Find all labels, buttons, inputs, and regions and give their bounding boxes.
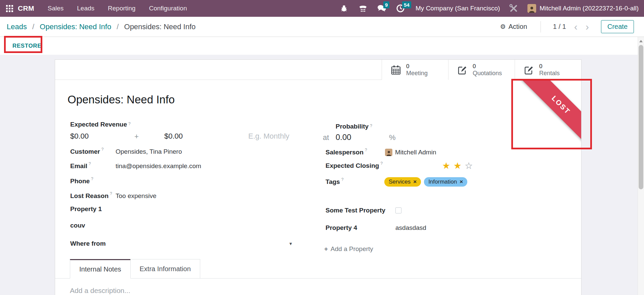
phone-row: Phone? bbox=[70, 177, 116, 185]
nav-menu-leads[interactable]: Leads bbox=[77, 5, 94, 12]
recurring-revenue-input[interactable]: $0.00 bbox=[164, 132, 183, 141]
tag-label: Services bbox=[389, 179, 411, 185]
recurring-plan-input[interactable]: E.g. Monthly bbox=[248, 132, 289, 141]
gear-icon: ⚙ bbox=[500, 23, 506, 31]
status-bar: RESTORE bbox=[0, 37, 644, 55]
property4-input[interactable]: asdasdasd bbox=[395, 224, 426, 232]
quotations-count: 0 bbox=[473, 63, 502, 70]
help-icon[interactable]: ? bbox=[89, 161, 91, 166]
star-empty-icon[interactable]: ☆ bbox=[465, 161, 473, 171]
where-from-row[interactable]: Where from ▾ bbox=[70, 240, 292, 247]
lost-reason-input[interactable]: Too expensive bbox=[116, 192, 156, 200]
meeting-count: 0 bbox=[406, 63, 428, 70]
form-sheet: 0 Meeting 0 Quotations bbox=[55, 59, 582, 295]
lead-title[interactable]: Opensides: Need Info bbox=[68, 93, 175, 106]
breadcrumb-leads[interactable]: Leads bbox=[7, 22, 27, 31]
add-property-label: Add a Property bbox=[331, 245, 373, 253]
stat-button-bar: 0 Meeting 0 Quotations bbox=[55, 60, 581, 80]
help-icon[interactable]: ? bbox=[370, 124, 372, 128]
bug-icon[interactable] bbox=[339, 3, 349, 13]
tag-remove-icon[interactable]: × bbox=[460, 179, 463, 185]
action-menu-button[interactable]: ⚙ Action bbox=[500, 23, 527, 31]
email-input[interactable]: tina@opensides.example.com bbox=[116, 162, 201, 170]
debug-tools-icon[interactable] bbox=[509, 3, 519, 13]
quotations-stat-button[interactable]: 0 Quotations bbox=[448, 60, 515, 80]
where-from-label: Where from bbox=[70, 240, 106, 247]
quotations-label: Quotations bbox=[473, 70, 502, 77]
tags-label: Tags? bbox=[326, 178, 384, 186]
help-icon[interactable]: ? bbox=[101, 147, 104, 152]
user-avatar[interactable] bbox=[527, 4, 536, 13]
breadcrumb-parent-record[interactable]: Opensides: Need Info bbox=[40, 22, 111, 31]
tab-extra-information[interactable]: Extra Information bbox=[130, 259, 200, 278]
customer-input[interactable]: Opensides, Tina Pinero bbox=[116, 148, 182, 155]
rentals-count: 0 bbox=[539, 63, 560, 70]
help-icon[interactable]: ? bbox=[110, 191, 112, 196]
breadcrumb: Leads / Opensides: Need Info / Opensides… bbox=[7, 22, 196, 31]
tag-label: Information bbox=[428, 179, 457, 185]
control-panel-right: ⚙ Action 1 / 1 ‹ › Create bbox=[500, 20, 634, 33]
help-icon[interactable]: ? bbox=[128, 121, 131, 126]
pager-next-icon[interactable]: › bbox=[586, 23, 589, 30]
expected-revenue-input[interactable]: $0.00 bbox=[70, 132, 89, 141]
vertical-scrollbar[interactable] bbox=[638, 37, 644, 295]
salesperson-avatar bbox=[385, 149, 392, 156]
some-test-property-row: Some Test Property bbox=[326, 207, 401, 214]
edit-icon bbox=[524, 65, 534, 75]
breadcrumb-separator: / bbox=[117, 22, 119, 31]
plus-sign: + bbox=[134, 132, 139, 141]
restore-button[interactable]: RESTORE bbox=[12, 43, 41, 49]
star-filled-icon[interactable]: ★ bbox=[454, 161, 462, 171]
create-button[interactable]: Create bbox=[601, 20, 634, 33]
rentals-stat-button[interactable]: 0 Rentals bbox=[515, 60, 581, 80]
customer-label: Customer? bbox=[70, 148, 116, 155]
probability-label-row: Probability? bbox=[336, 123, 372, 130]
nav-menu-reporting[interactable]: Reporting bbox=[108, 5, 135, 12]
help-icon[interactable]: ? bbox=[91, 177, 93, 181]
activities-count-badge: 54 bbox=[402, 1, 411, 8]
messages-icon[interactable]: 9 bbox=[377, 3, 387, 13]
nav-menu-configuration[interactable]: Configuration bbox=[149, 5, 187, 12]
dropdown-caret-icon[interactable]: ▾ bbox=[289, 241, 292, 247]
help-icon[interactable]: ? bbox=[365, 148, 367, 152]
edit-icon bbox=[457, 65, 468, 75]
some-test-property-checkbox[interactable] bbox=[395, 207, 401, 213]
tag-information[interactable]: Information × bbox=[424, 177, 467, 187]
tag-services[interactable]: Services × bbox=[384, 177, 421, 187]
activities-clock-icon[interactable]: 54 bbox=[395, 3, 405, 13]
description-input[interactable]: Add a description... bbox=[70, 287, 130, 295]
help-icon[interactable]: ? bbox=[341, 177, 344, 182]
salesperson-input[interactable]: Mitchell Admin bbox=[395, 149, 436, 156]
nav-right-cluster: 9 54 My Company (San Francisco) bbox=[330, 3, 639, 13]
email-label: Email? bbox=[70, 162, 116, 170]
calendar-icon bbox=[391, 65, 401, 75]
meeting-stat-button[interactable]: 0 Meeting bbox=[382, 60, 448, 80]
help-icon[interactable]: ? bbox=[380, 161, 383, 166]
company-switcher[interactable]: My Company (San Francisco) bbox=[416, 5, 500, 12]
expected-revenue-label-row: Expected Revenue? bbox=[70, 121, 131, 128]
property1-row: Property 1 bbox=[70, 205, 102, 213]
star-filled-icon[interactable]: ★ bbox=[442, 161, 450, 171]
voip-phone-icon[interactable] bbox=[358, 3, 368, 13]
lost-reason-row: Lost Reason? Too expensive bbox=[70, 192, 156, 200]
salesperson-label: Salesperson? bbox=[326, 148, 385, 156]
user-menu[interactable]: Mitchell Admin (20222372-16-0-all) bbox=[540, 5, 639, 12]
tag-remove-icon[interactable]: × bbox=[413, 179, 417, 185]
add-property-button[interactable]: + Add a Property bbox=[324, 245, 373, 253]
couv-row: couv bbox=[70, 222, 85, 229]
tab-internal-notes[interactable]: Internal Notes bbox=[70, 259, 131, 279]
scrollbar-thumb[interactable] bbox=[639, 45, 643, 189]
nav-menu-sales[interactable]: Sales bbox=[48, 5, 64, 12]
app-name[interactable]: CRM bbox=[18, 4, 34, 12]
probability-input[interactable]: 0.00 bbox=[336, 133, 351, 142]
scroll-up-arrow-icon[interactable] bbox=[639, 40, 643, 42]
crm-lead-form-screen: CRM Sales Leads Reporting Configuration bbox=[0, 0, 644, 295]
pager-previous-icon[interactable]: ‹ bbox=[574, 23, 577, 30]
action-menu-label: Action bbox=[508, 23, 527, 31]
apps-grid-icon[interactable] bbox=[6, 5, 13, 12]
notebook-tabs: Internal Notes Extra Information bbox=[55, 259, 581, 279]
probability-label: Probability bbox=[336, 123, 369, 130]
rentals-label: Rentals bbox=[539, 70, 560, 77]
top-nav: CRM Sales Leads Reporting Configuration bbox=[0, 0, 644, 17]
lost-ribbon-container: LOST bbox=[514, 80, 581, 147]
